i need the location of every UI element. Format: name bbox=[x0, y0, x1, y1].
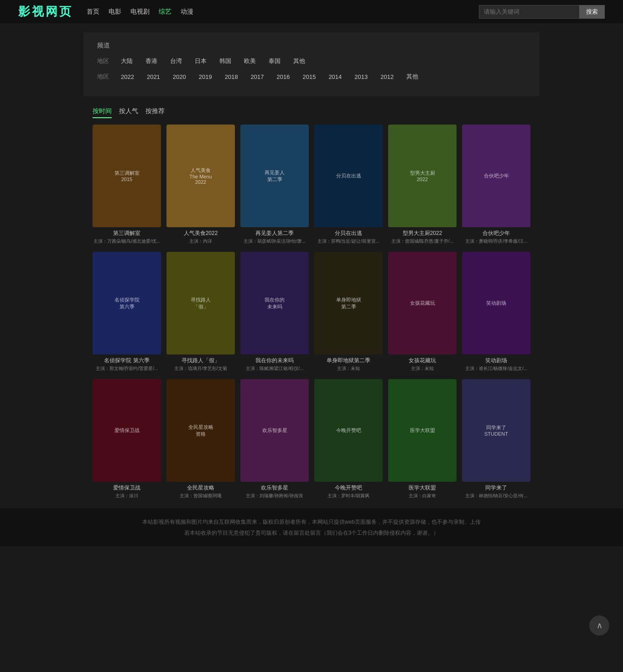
footer-line1: 本站影视所有视频和图片均来自互联网收集而来，版权归原创者所有，本网站只提供web… bbox=[8, 516, 615, 527]
nav-movie[interactable]: 电影 bbox=[109, 8, 121, 16]
show-title: 人气美食2022 bbox=[166, 229, 235, 237]
show-cast: 主演：刘瑞馨/孙附裕/孙按良 bbox=[240, 493, 309, 499]
list-item[interactable]: 第三调解室 2015第三调解室主演：万茜朵/杨鸟/感北迪爱/优... bbox=[93, 125, 161, 245]
tabs-section: 按时间 按人气 按推荐 bbox=[83, 105, 540, 118]
filter-region-th[interactable]: 泰国 bbox=[266, 56, 283, 66]
show-cast: 主演：曾国城/蔡阿嘎 bbox=[166, 493, 235, 499]
footer-line2: 若本站收录的节目无意侵犯了贵司版权，请在留言处留言（我们会在3个工作日内删除侵权… bbox=[8, 527, 615, 538]
list-item[interactable]: 同学来了 STUDENT同学来了主演：林德恒/纳豆/安心亚/何... bbox=[462, 379, 530, 499]
filter-year-2014[interactable]: 2014 bbox=[326, 73, 344, 81]
list-item[interactable]: 型男大主厨 2022型男大主厨2022主演：曾国城/陈乔恩/夏于乔/... bbox=[388, 125, 457, 245]
filter-year-2020[interactable]: 2020 bbox=[170, 73, 189, 81]
list-item[interactable]: 分贝在出逃分贝在出逃主演：苏鸭/当近/赵让/前更宣... bbox=[314, 125, 383, 245]
list-item[interactable]: 女孩花藏玩女孩花藏玩主演：未知 bbox=[388, 252, 457, 372]
filter-title: 频道 bbox=[97, 42, 526, 50]
list-item[interactable]: 寻找路人 「假」寻找路人「假」主演：琉璃月/李艺彤/文菊 bbox=[166, 252, 235, 372]
show-title: 合伙吧少年 bbox=[462, 229, 530, 237]
show-title: 爱情保卫战 bbox=[93, 484, 161, 492]
show-cast: 主演：万茜朵/杨鸟/感北迪爱/优... bbox=[93, 238, 161, 245]
footer: 本站影视所有视频和图片均来自互联网收集而来，版权归原创者所有，本网站只提供web… bbox=[0, 508, 623, 547]
show-cast: 主演：内详 bbox=[166, 238, 235, 245]
show-poster: 分贝在出逃 bbox=[314, 125, 383, 227]
list-item[interactable]: 我在你的 未来吗我在你的未来吗主演：陈赋洲/梁江铭/程仪/... bbox=[240, 252, 309, 372]
filter-year-2018[interactable]: 2018 bbox=[222, 73, 241, 81]
show-poster: 再见姜人 第二季 bbox=[240, 125, 309, 227]
filter-year-2021[interactable]: 2021 bbox=[144, 73, 163, 81]
show-title: 分贝在出逃 bbox=[314, 229, 383, 237]
filter-year-2016[interactable]: 2016 bbox=[274, 73, 293, 81]
logo: 影视网页 bbox=[18, 4, 73, 20]
search-box: 搜索 bbox=[479, 5, 605, 19]
nav-home[interactable]: 首页 bbox=[87, 8, 99, 16]
show-poster: 同学来了 STUDENT bbox=[462, 379, 530, 482]
tabs: 按时间 按人气 按推荐 bbox=[93, 105, 530, 118]
search-button[interactable]: 搜索 bbox=[579, 5, 605, 19]
show-title: 女孩花藏玩 bbox=[388, 357, 457, 365]
show-poster: 笑动剧场 bbox=[462, 252, 530, 354]
filter-region-other[interactable]: 其他 bbox=[291, 56, 308, 66]
list-item[interactable]: 医学大联盟医学大联盟主演：白家奇 bbox=[388, 379, 457, 499]
show-title: 今晚开赞吧 bbox=[314, 484, 383, 492]
list-item[interactable]: 今晚开赞吧今晚开赞吧主演：罗时丰/胡翼飒 bbox=[314, 379, 383, 499]
show-title: 笑动剧场 bbox=[462, 357, 530, 365]
filter-year-row: 地区 2022 2021 2020 2019 2018 2017 2016 20… bbox=[97, 72, 526, 82]
nav-variety[interactable]: 综艺 bbox=[159, 8, 171, 16]
show-cast: 主演：涂川 bbox=[93, 493, 161, 499]
show-poster: 人气美食 The Menu 2022 bbox=[166, 125, 235, 227]
show-poster: 名侦探学院 第六季 bbox=[93, 252, 161, 354]
show-title: 寻找路人「假」 bbox=[166, 357, 235, 365]
show-title: 欢乐智多星 bbox=[240, 484, 309, 492]
filter-year-2012[interactable]: 2012 bbox=[378, 73, 396, 81]
filter-region-label: 地区 bbox=[97, 57, 111, 65]
show-poster: 女孩花藏玩 bbox=[388, 252, 457, 354]
show-poster: 我在你的 未来吗 bbox=[240, 252, 309, 354]
show-poster: 欢乐智多星 bbox=[240, 379, 309, 482]
filter-year-2017[interactable]: 2017 bbox=[248, 73, 267, 81]
show-cast: 主演：林德恒/纳豆/安心亚/何... bbox=[462, 493, 530, 499]
filter-year-2022[interactable]: 2022 bbox=[118, 73, 137, 81]
filter-year-other[interactable]: 其他 bbox=[404, 72, 421, 82]
show-poster: 医学大联盟 bbox=[388, 379, 457, 482]
show-poster: 寻找路人 「假」 bbox=[166, 252, 235, 354]
filter-year-2013[interactable]: 2013 bbox=[352, 73, 370, 81]
search-input[interactable] bbox=[479, 5, 579, 19]
list-item[interactable]: 欢乐智多星欢乐智多星主演：刘瑞馨/孙附裕/孙按良 bbox=[240, 379, 309, 499]
filter-year-2019[interactable]: 2019 bbox=[196, 73, 215, 81]
list-item[interactable]: 再见姜人 第二季再见姜人第二季主演：胡彦斌/孙采洁/孙怡/萧... bbox=[240, 125, 309, 245]
tab-by-time[interactable]: 按时间 bbox=[93, 105, 112, 118]
show-title: 再见姜人第二季 bbox=[240, 229, 309, 237]
list-item[interactable]: 名侦探学院 第六季名侦探学院 第六季主演：郭文翰/乔宙约/雷爱星/... bbox=[93, 252, 161, 372]
filter-region-dalu[interactable]: 大陆 bbox=[118, 56, 135, 66]
show-cast: 主演：谁长江/杨微辣/金志文/... bbox=[462, 365, 530, 372]
header: 影视网页 首页 电影 电视剧 综艺 动漫 搜索 bbox=[0, 0, 623, 23]
show-title: 单身即地狱第二季 bbox=[314, 357, 383, 365]
filter-region-hk[interactable]: 香港 bbox=[143, 56, 160, 66]
show-title: 医学大联盟 bbox=[388, 484, 457, 492]
show-cast: 主演：胡彦斌/孙采洁/孙怡/萧... bbox=[240, 238, 309, 245]
show-cast: 主演：曾国城/陈乔恩/夏于乔/... bbox=[388, 238, 457, 245]
list-item[interactable]: 爱情保卫战爱情保卫战主演：涂川 bbox=[93, 379, 161, 499]
filter-region-eu[interactable]: 欧美 bbox=[241, 56, 259, 66]
nav-tv[interactable]: 电视剧 bbox=[130, 8, 150, 16]
nav: 首页 电影 电视剧 综艺 动漫 bbox=[87, 8, 193, 16]
filter-region-jp[interactable]: 日本 bbox=[192, 56, 209, 66]
filter-region-tw[interactable]: 台湾 bbox=[167, 56, 185, 66]
list-item[interactable]: 笑动剧场笑动剧场主演：谁长江/杨微辣/金志文/... bbox=[462, 252, 530, 372]
filter-region-kr[interactable]: 韩国 bbox=[217, 56, 234, 66]
filter-section: 频道 地区 大陆 香港 台湾 日本 韩国 欧美 泰国 其他 地区 2022 20… bbox=[83, 32, 540, 96]
list-item[interactable]: 全民星攻略 资格全民星攻略主演：曾国城/蔡阿嘎 bbox=[166, 379, 235, 499]
tab-by-popularity[interactable]: 按人气 bbox=[119, 105, 138, 118]
tab-by-recommend[interactable]: 按推荐 bbox=[145, 105, 165, 118]
list-item[interactable]: 单身即地狱 第二季单身即地狱第二季主演：未知 bbox=[314, 252, 383, 372]
show-poster: 单身即地狱 第二季 bbox=[314, 252, 383, 354]
list-item[interactable]: 合伙吧少年合伙吧少年主演：萧晓明/乔庆/李希薇/汪... bbox=[462, 125, 530, 245]
content: 第三调解室 2015第三调解室主演：万茜朵/杨鸟/感北迪爱/优...人气美食 T… bbox=[83, 125, 540, 499]
show-title: 名侦探学院 第六季 bbox=[93, 357, 161, 365]
show-cast: 主演：陈赋洲/梁江铭/程仪/... bbox=[240, 365, 309, 372]
list-item[interactable]: 人气美食 The Menu 2022人气美食2022主演：内详 bbox=[166, 125, 235, 245]
filter-year-label: 地区 bbox=[97, 73, 111, 81]
show-poster: 合伙吧少年 bbox=[462, 125, 530, 227]
filter-year-2015[interactable]: 2015 bbox=[300, 73, 318, 81]
nav-anime[interactable]: 动漫 bbox=[181, 8, 193, 16]
filter-region-row: 地区 大陆 香港 台湾 日本 韩国 欧美 泰国 其他 bbox=[97, 56, 526, 66]
